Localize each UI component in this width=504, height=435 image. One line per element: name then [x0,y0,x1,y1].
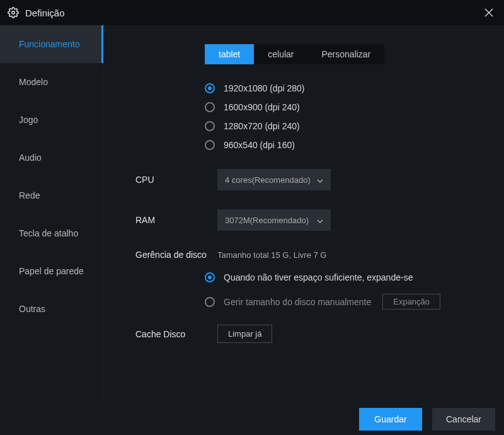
close-button[interactable] [481,5,496,20]
tab-personalizar[interactable]: Personalizar [308,44,385,64]
radio-icon [205,121,215,131]
chevron-down-icon [317,216,323,225]
cpu-row: CPU 4 cores(Recomendado) [135,169,491,190]
display-mode-tabs: tablet celular Personalizar [205,44,384,64]
ram-select[interactable]: 3072M(Recomendado) [217,209,331,231]
disk-label: Gerência de disco [135,250,217,260]
resolution-list: 1920x1080 (dpi 280) 1600x900 (dpi 240) 1… [205,83,491,150]
disk-option-manual[interactable]: Gerir tamanho do disco manualmente Expan… [205,294,491,310]
resolution-option[interactable]: 1920x1080 (dpi 280) [205,83,491,93]
sidebar-item-jogo[interactable]: Jogo [0,101,103,139]
sidebar-item-label: Modelo [19,77,48,87]
cpu-select[interactable]: 4 cores(Recomendado) [217,169,331,190]
sidebar-item-rede[interactable]: Rede [0,177,103,214]
save-button[interactable]: Guardar [359,408,422,431]
sidebar-item-label: Papel de parede [19,266,84,276]
sidebar-item-audio[interactable]: Audio [0,139,103,177]
cpu-value: 4 cores(Recomendado) [225,175,311,185]
resolution-option[interactable]: 960x540 (dpi 160) [205,140,491,150]
sidebar-item-label: Rede [19,190,40,200]
window-title: Definição [25,8,65,18]
sidebar: Funcionamento Modelo Jogo Audio Rede Tec… [0,25,104,403]
cache-row: Cache Disco Limpar já [135,325,491,343]
ram-value: 3072M(Recomendado) [225,216,309,225]
disk-info: Tamanho total 15 G, Livre 7 G [217,250,326,260]
radio-icon [205,297,215,307]
sidebar-item-funcionamento[interactable]: Funcionamento [0,25,103,63]
sidebar-item-label: Funcionamento [19,39,80,49]
clear-cache-button[interactable]: Limpar já [217,325,272,343]
ram-row: RAM 3072M(Recomendado) [135,209,491,231]
radio-icon [205,102,215,112]
resolution-option[interactable]: 1280x720 (dpi 240) [205,121,491,131]
title-bar: Definição [0,0,504,25]
sidebar-item-label: Jogo [19,115,38,125]
ram-label: RAM [135,215,217,225]
sidebar-item-tecla[interactable]: Tecla de atalho [0,214,103,252]
footer: Guardar Cancelar [0,403,504,435]
radio-icon [205,272,215,282]
disk-option-auto[interactable]: Quando não tiver espaço suficiente, expa… [205,272,491,282]
radio-icon [205,83,215,93]
cache-label: Cache Disco [135,329,217,339]
disk-section: Gerência de disco Tamanho total 15 G, Li… [135,250,491,310]
chevron-down-icon [317,175,323,185]
sidebar-item-label: Tecla de atalho [19,228,78,238]
cpu-label: CPU [135,175,217,185]
expand-button[interactable]: Expanção [382,294,440,310]
sidebar-item-outras[interactable]: Outras [0,290,103,328]
radio-icon [205,140,215,150]
gear-icon [8,7,19,18]
sidebar-item-label: Outras [19,304,45,314]
sidebar-item-papel[interactable]: Papel de parede [0,252,103,290]
sidebar-item-modelo[interactable]: Modelo [0,63,103,101]
svg-point-0 [12,11,15,14]
main-panel: tablet celular Personalizar 1920x1080 (d… [104,25,504,403]
tab-celular[interactable]: celular [254,44,307,64]
cancel-button[interactable]: Cancelar [432,408,495,431]
resolution-option[interactable]: 1600x900 (dpi 240) [205,102,491,112]
sidebar-item-label: Audio [19,153,42,163]
close-icon [484,8,493,17]
tab-tablet[interactable]: tablet [205,44,254,64]
